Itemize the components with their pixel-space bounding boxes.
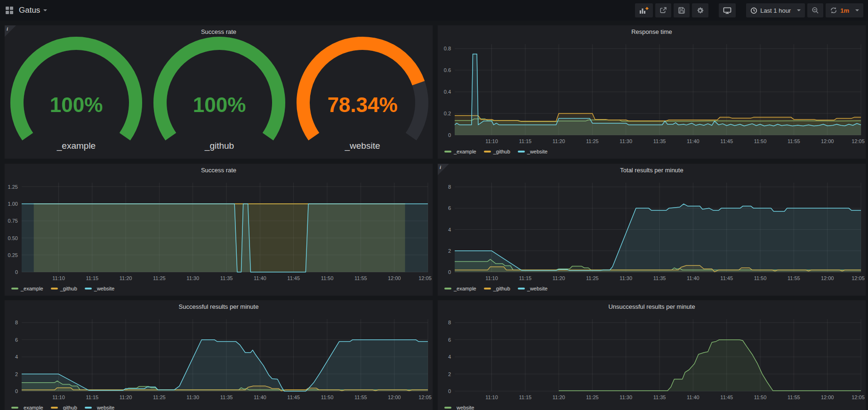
y-tick-label: 1.25	[8, 184, 18, 190]
y-tick-label: 0	[448, 269, 451, 275]
legend-series-dash	[518, 151, 525, 153]
legend-item[interactable]: _github	[484, 149, 510, 154]
x-tick-label: 11:55	[788, 394, 800, 400]
panel-info-icon[interactable]: i	[438, 164, 449, 175]
dashboards-grid-icon[interactable]	[5, 6, 14, 15]
chart-legend: _example_github_website	[11, 405, 114, 410]
response-time-chart[interactable]: 00.20.40.60.811:1011:1511:2011:2511:3011…	[438, 25, 867, 160]
chart-legend: _example_github_website	[11, 286, 114, 291]
legend-item-label: _example	[21, 405, 43, 410]
y-tick-label: 6	[15, 337, 18, 343]
refresh-icon	[830, 7, 837, 14]
save-button[interactable]	[674, 3, 690, 17]
y-tick-label: 6	[448, 337, 451, 343]
legend-item[interactable]: _github	[484, 286, 510, 291]
unsuccessful-results-chart[interactable]: 0246811:1011:1511:2011:2511:3011:3511:40…	[438, 300, 867, 410]
x-tick-label: 11:55	[354, 394, 367, 400]
legend-series-dash	[85, 288, 92, 289]
x-tick-label: 11:40	[687, 138, 699, 144]
legend-item[interactable]: _github	[51, 405, 77, 410]
refresh-button[interactable]: 1m	[826, 3, 863, 17]
panel-title[interactable]: Success rate	[5, 167, 433, 174]
legend-item-label: _github	[493, 286, 510, 291]
y-tick-label: 8	[15, 320, 18, 325]
legend-series-dash	[11, 407, 18, 409]
y-tick-label: 6	[448, 205, 451, 211]
x-tick-label: 11:15	[519, 394, 531, 400]
y-tick-label: 1.00	[8, 201, 18, 207]
panel-title[interactable]: Successful results per minute	[5, 303, 433, 310]
x-tick-label: 12:05	[852, 275, 865, 281]
panel-success-rate-series: Success rate 00.250.500.751.001.2511:101…	[4, 163, 433, 296]
legend-item[interactable]: _website	[85, 286, 114, 291]
chart-legend: _example_github_website	[444, 286, 547, 291]
legend-item[interactable]: _example	[444, 286, 476, 291]
panel-success-rate-gauges: i Success rate 100%_example100%_github78…	[4, 25, 433, 159]
x-tick-label: 11:55	[788, 275, 800, 281]
legend-item[interactable]: _website	[518, 149, 547, 154]
x-tick-label: 11:45	[287, 394, 300, 400]
cycle-view-button[interactable]	[719, 3, 736, 17]
x-tick-label: 11:20	[120, 394, 132, 400]
y-tick-label: 4	[15, 354, 18, 360]
x-tick-label: 12:05	[418, 394, 432, 400]
y-tick-label: 0.4	[444, 89, 451, 95]
panel-title[interactable]: Unsuccessful results per minute	[438, 303, 866, 310]
x-tick-label: 11:35	[653, 394, 666, 400]
x-tick-label: 11:30	[186, 394, 199, 400]
y-tick-label: 0.8	[444, 46, 451, 51]
gauge-label: _website	[345, 141, 380, 151]
x-tick-label: 11:35	[220, 394, 233, 400]
total-results-chart[interactable]: 0246811:1011:1511:2011:2511:3011:3511:40…	[438, 164, 867, 297]
legend-item[interactable]: _website	[444, 405, 474, 410]
success-rate-gauges: 100%_example100%_github78.34%_website	[5, 25, 434, 160]
legend-item-label: _website	[454, 405, 474, 410]
x-tick-label: 11:10	[52, 275, 65, 281]
legend-series-dash	[11, 288, 18, 289]
gauge-value: 78.34%	[327, 93, 397, 116]
x-tick-label: 11:30	[619, 394, 632, 400]
gauge-value: 100%	[50, 93, 103, 116]
x-tick-label: 11:10	[485, 275, 498, 281]
legend-item[interactable]: _example	[444, 149, 476, 154]
share-button[interactable]	[655, 3, 671, 17]
chart-legend: _website	[444, 405, 474, 410]
legend-item[interactable]: _github	[51, 286, 77, 291]
legend-item-label: _example	[21, 286, 43, 291]
x-tick-label: 12:05	[852, 138, 865, 144]
y-tick-label: 0.6	[444, 67, 451, 73]
legend-item-label: _website	[94, 286, 114, 291]
panel-total-results: i Total results per minute 0246811:1011:…	[437, 163, 866, 296]
add-panel-button[interactable]	[635, 3, 653, 17]
chevron-down-icon	[43, 9, 47, 11]
legend-series-dash	[484, 151, 491, 153]
y-tick-label: 2	[448, 371, 451, 377]
time-range-picker[interactable]: Last 1 hour	[746, 3, 805, 17]
legend-item[interactable]: _website	[518, 286, 547, 291]
dashboard-title-dropdown[interactable]: Gatus	[19, 6, 47, 15]
x-tick-label: 11:20	[553, 275, 565, 281]
monitor-icon	[723, 7, 731, 14]
panel-info-icon[interactable]: i	[5, 25, 16, 37]
add-panel-icon	[639, 7, 649, 14]
legend-series-dash	[444, 151, 451, 153]
y-tick-label: 0	[15, 388, 18, 394]
x-tick-label: 12:05	[852, 394, 865, 400]
legend-item[interactable]: _example	[11, 286, 43, 291]
panel-title[interactable]: Response time	[438, 28, 866, 35]
settings-button[interactable]	[692, 3, 708, 17]
chart-legend: _example_github_website	[444, 149, 547, 154]
y-tick-label: 2	[15, 371, 18, 377]
refresh-interval-label: 1m	[840, 7, 849, 14]
legend-series-dash	[444, 288, 451, 289]
chevron-down-icon	[855, 9, 859, 11]
legend-item[interactable]: _example	[11, 405, 43, 410]
success-rate-chart[interactable]: 00.250.500.751.001.2511:1011:1511:2011:2…	[5, 164, 434, 297]
x-tick-label: 11:45	[720, 394, 733, 400]
panel-title[interactable]: Total results per minute	[438, 167, 866, 174]
clock-icon	[750, 7, 757, 14]
panel-title[interactable]: Success rate	[5, 28, 433, 35]
zoom-out-button[interactable]	[807, 3, 823, 17]
successful-results-chart[interactable]: 0246811:1011:1511:2011:2511:3011:3511:40…	[5, 300, 434, 410]
legend-item[interactable]: _website	[85, 405, 114, 410]
